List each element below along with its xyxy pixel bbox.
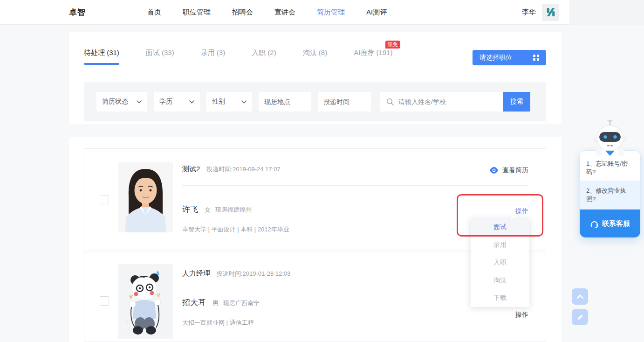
eye-icon <box>489 167 499 174</box>
card-divider <box>182 185 528 186</box>
pencil-icon <box>577 314 583 321</box>
menu-item-eliminate[interactable]: 淘汰 <box>471 272 529 289</box>
tab-hired[interactable]: 录用 (3) <box>201 49 226 65</box>
candidate-info-row: 许飞 女 现居福建福州 <box>182 204 252 215</box>
brand-logo-text: 卓智 <box>69 7 86 18</box>
free-trial-badge: 限免 <box>385 41 400 49</box>
gender-select[interactable]: 性别 <box>206 92 252 112</box>
applied-job-title: 测试2 <box>182 165 200 174</box>
status-tabs: 待处理 (31) 面试 (33) 录用 (3) 入职 (2) 淘汰 (8) AI… <box>84 49 419 65</box>
search-group: 搜索 <box>380 92 530 112</box>
select-job-button[interactable]: 请选择职位 <box>473 50 546 65</box>
search-input[interactable] <box>398 98 503 105</box>
search-button[interactable]: 搜索 <box>503 92 530 112</box>
tab-onboard[interactable]: 入职 (2) <box>252 49 276 65</box>
education-select[interactable]: 学历 <box>154 92 200 112</box>
nav-item-resume-management[interactable]: 简历管理 <box>317 8 345 17</box>
nav-item-job-fair[interactable]: 招聘会 <box>232 8 253 17</box>
gender-label: 性别 <box>212 98 225 106</box>
nav-item-home[interactable]: 首页 <box>147 8 161 17</box>
applied-job-title: 人力经理 <box>182 269 210 278</box>
bubble-pointer <box>605 151 615 156</box>
filter-bar: 简历状态 学历 性别 搜索 <box>84 82 546 121</box>
candidate-gender: 男 <box>212 299 219 307</box>
nav-item-ai-assessment[interactable]: AI测评 <box>366 8 387 17</box>
company-logo-icon[interactable] <box>542 4 559 21</box>
candidate-location: 现居福建福州 <box>215 206 252 214</box>
headset-icon <box>590 219 599 228</box>
candidate-detail: 大招一百就业网 | 通信工程 <box>182 319 254 327</box>
location-input[interactable] <box>259 92 311 112</box>
top-nav: 卓智 首页 职位管理 招聘会 宣讲会 简历管理 AI测评 李华 <box>0 0 569 25</box>
candidate-location: 现居广西南宁 <box>223 299 260 307</box>
menu-item-download[interactable]: 下载 <box>471 289 529 307</box>
search-icon <box>386 98 394 106</box>
candidate-gender: 女 <box>205 206 211 214</box>
action-link[interactable]: 操作 <box>515 311 528 319</box>
candidate-info-row: 招大耳 男 现居广西南宁 <box>182 297 260 308</box>
delivery-time: 投递时间:2019-09-24 17:07 <box>206 165 280 174</box>
nav-item-job-management[interactable]: 职位管理 <box>183 8 211 17</box>
user-name[interactable]: 李华 <box>522 8 536 17</box>
faq-item-2[interactable]: 2、修改营业执照? <box>580 181 640 209</box>
action-link[interactable]: 操作 <box>515 207 528 216</box>
nav-menu: 首页 职位管理 招聘会 宣讲会 简历管理 AI测评 <box>147 8 387 17</box>
tab-ai-recommend[interactable]: AI推荐 (191) 限免 <box>354 49 392 65</box>
candidate-name: 招大耳 <box>182 297 206 308</box>
delivery-time-input[interactable] <box>318 92 371 112</box>
tab-eliminated[interactable]: 淘汰 (8) <box>303 49 328 65</box>
candidate-avatar-panda <box>118 264 173 339</box>
view-resume-label: 查看简历 <box>502 166 528 174</box>
menu-item-hire[interactable]: 录用 <box>471 236 529 254</box>
feedback-edit-button[interactable] <box>572 309 588 325</box>
tab-interview[interactable]: 面试 (33) <box>146 49 174 65</box>
card-title-row: 测试2 投递时间:2019-09-24 17:07 <box>182 165 281 174</box>
candidate-detail: 卓智大学 | 平面设计 | 本科 | 2012年毕业 <box>182 225 289 234</box>
menu-item-onboard[interactable]: 入职 <box>471 254 529 272</box>
tab-pending[interactable]: 待处理 (31) <box>84 49 119 65</box>
assistant-bubble: 1、忘记账号/密码? 2、修改营业执照? 联系客服 <box>579 150 641 238</box>
chevron-down-icon <box>241 100 247 104</box>
chevron-down-icon <box>137 100 142 104</box>
chevron-down-icon <box>189 100 194 104</box>
candidate-photo <box>118 162 173 232</box>
card-title-row: 人力经理 投递时间:2019-01-28 12:03 <box>182 269 290 278</box>
resume-checkbox[interactable] <box>100 195 109 204</box>
nav-item-campus-talk[interactable]: 宣讲会 <box>274 8 295 17</box>
search-field[interactable] <box>380 92 503 112</box>
resume-checkbox[interactable] <box>100 296 109 306</box>
nav-user-area: 李华 <box>522 4 559 21</box>
contact-support-label: 联系客服 <box>602 219 630 228</box>
education-label: 学历 <box>159 98 172 106</box>
resume-panel: 待处理 (31) 面试 (33) 录用 (3) 入职 (2) 淘汰 (8) AI… <box>69 32 562 124</box>
contact-support-button[interactable]: 联系客服 <box>580 209 640 237</box>
chevron-up-icon <box>576 294 584 299</box>
resume-status-label: 简历状态 <box>102 98 128 106</box>
view-resume-link[interactable]: 查看简历 <box>489 166 528 174</box>
nav-corner <box>569 0 644 25</box>
back-to-top-button[interactable] <box>572 288 588 305</box>
grid-icon <box>533 55 539 61</box>
select-job-label: 请选择职位 <box>480 54 512 62</box>
tab-ai-recommend-label: AI推荐 (191) <box>354 49 392 56</box>
delivery-time: 投递时间:2019-01-28 12:03 <box>217 270 290 278</box>
action-dropdown-menu: 面试 录用 入职 淘汰 下载 <box>471 218 529 307</box>
candidate-name: 许飞 <box>182 204 198 215</box>
resume-status-select[interactable]: 简历状态 <box>96 92 147 112</box>
menu-item-interview[interactable]: 面试 <box>471 218 529 236</box>
